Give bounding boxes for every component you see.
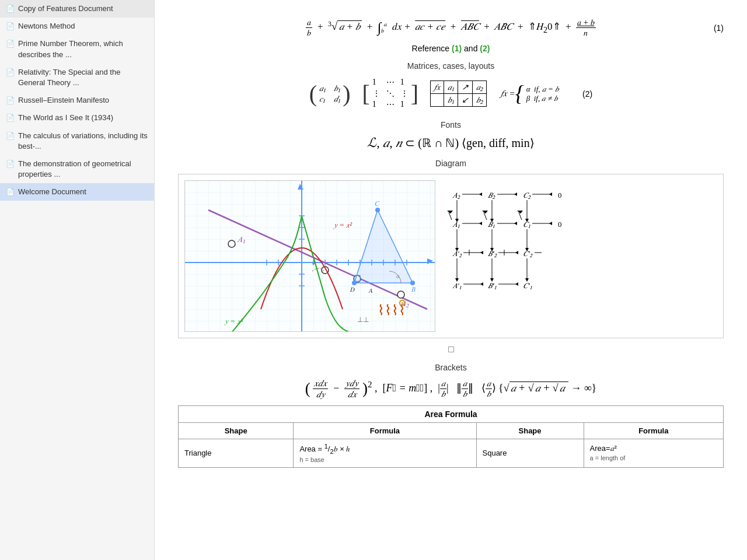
cases-expression: 𝑓𝑥 = { α if, 𝑎 = 𝑏 β if, 𝑎 ≠ 𝑏: [498, 81, 559, 106]
eq-number-1: (1): [714, 23, 724, 33]
document-icon: 📄: [6, 131, 15, 141]
document-icon: 📄: [6, 4, 15, 14]
svg-text:𝐴: 𝐴: [368, 287, 373, 294]
svg-text:α: α: [396, 273, 400, 279]
fonts-title: Fonts: [178, 120, 724, 130]
svg-point-27: [397, 291, 404, 298]
sidebar-item-prime-number[interactable]: 📄 Prime Number Theorem, which describes …: [0, 35, 154, 63]
svg-marker-51: [514, 192, 517, 196]
area-formula-table: Area Formula Shape Formula Shape Formula…: [178, 405, 724, 468]
svg-point-33: [410, 281, 415, 285]
document-icon: 📄: [6, 113, 15, 123]
svg-marker-53: [549, 192, 552, 196]
fonts-display: ℒ, 𝑎, 𝑛 ⊂ (ℝ ∩ ℕ) ⟨gen, diff, min⟩: [178, 135, 724, 150]
document-icon: 📄: [6, 96, 15, 106]
matrices-title: Matrices, cases, layouts: [178, 61, 724, 71]
sidebar-item-copy-features[interactable]: 📄 Copy of Features Document: [0, 0, 154, 18]
document-icon: 📄: [6, 159, 15, 169]
diagram-marker: [178, 344, 724, 355]
svg-marker-80: [480, 282, 483, 286]
svg-marker-82: [515, 282, 518, 286]
svg-text:𝐴₁: 𝐴₁: [237, 235, 245, 244]
svg-marker-102: [517, 211, 523, 214]
svg-text:𝑦 = 𝑥³: 𝑦 = 𝑥³: [224, 317, 243, 326]
svg-text:𝐴₁: 𝐴₁: [452, 220, 460, 229]
svg-line-93: [484, 212, 487, 220]
svg-text:𝐷: 𝐷: [350, 286, 355, 293]
math-graph: 𝐴₁ 𝐴₂ 𝑦 = 𝑥² 𝑦 = 𝑥³ 𝐶: [184, 180, 435, 332]
graph-svg: 𝐴₁ 𝐴₂ 𝑦 = 𝑥² 𝑦 = 𝑥³ 𝐶: [185, 181, 435, 332]
svg-text:𝑦 = 𝑥²: 𝑦 = 𝑥²: [333, 220, 352, 229]
document-icon: 📄: [6, 187, 15, 197]
svg-marker-49: [479, 192, 482, 196]
main-content: 𝑎 𝑏 + 3√𝑎 + 𝑏 + ∫𝑏𝑎 𝑑𝑥 + 𝑎𝑐 + 𝑐𝑒 + 𝐴𝐵𝐶 +…: [155, 0, 747, 560]
col-header-formula2: Formula: [584, 423, 723, 439]
sidebar-item-russell-einstein[interactable]: 📄 Russell–Einstein Manifesto: [0, 92, 154, 109]
svg-marker-59: [479, 222, 482, 225]
col-header-shape1: Shape: [179, 423, 294, 439]
document-icon: 📄: [6, 68, 15, 78]
diagram-container: 𝐴₁ 𝐴₂ 𝑦 = 𝑥² 𝑦 = 𝑥³ 𝐶: [178, 174, 724, 338]
diagram-right: 𝐴₂ 𝐵₂ 𝐶₂ 0 𝐴₁ 𝐵₁ 𝐶₁ 0: [447, 180, 717, 332]
sidebar-item-welcome[interactable]: 📄 Welcome Document: [0, 183, 154, 201]
document-icon: 📄: [6, 39, 15, 49]
table-row: Triangle Area = 1/2𝑏 × ℎ h = base Square…: [179, 439, 724, 468]
brackets-display: ( 𝑥𝑑𝑥 𝑑𝑦 − 𝑦𝑑𝑦 𝑑𝑥 )2 , [F⃗ = m𝑎⃗] , | 𝑎 …: [178, 378, 724, 400]
commutative-diagram: 𝐴₂ 𝐵₂ 𝐶₂ 0 𝐴₁ 𝐵₁ 𝐶₁ 0: [447, 180, 717, 313]
svg-text:𝐶′₁: 𝐶′₁: [523, 281, 532, 290]
svg-text:𝐵₁: 𝐵₁: [487, 220, 495, 229]
document-icon: 📄: [6, 22, 15, 32]
reference-line: Reference (1) and (2): [178, 44, 724, 53]
svg-text:𝐴₂: 𝐴₂: [452, 191, 460, 200]
sidebar-item-world[interactable]: 📄 The World as I See It (1934): [0, 109, 154, 127]
svg-marker-74: [515, 251, 518, 254]
sidebar-item-calculus[interactable]: 📄 The calculus of variations, including …: [0, 127, 154, 155]
sidebar-item-newtons-method[interactable]: 📄 Newtons Method: [0, 18, 154, 35]
svg-point-31: [375, 208, 380, 212]
cell-formula2: Area=𝑎² a = length of: [584, 439, 723, 468]
eq-number-2: (2): [582, 89, 592, 99]
frac-a-b: 𝑎 𝑏: [306, 18, 312, 38]
svg-marker-94: [482, 211, 488, 214]
bracket-matrix: [ 1⋯1 ⋮⋱⋮ 1⋯1 ]: [362, 75, 418, 112]
equation-1: 𝑎 𝑏 + 3√𝑎 + 𝑏 + ∫𝑏𝑎 𝑑𝑥 + 𝑎𝑐 + 𝑐𝑒 + 𝐴𝐵𝐶 +…: [178, 18, 724, 38]
svg-line-85: [449, 212, 452, 220]
svg-text:0: 0: [558, 220, 562, 229]
svg-marker-70: [480, 251, 483, 254]
svg-point-24: [228, 240, 235, 247]
svg-marker-86: [447, 211, 453, 214]
cell-shape1: Triangle: [179, 439, 294, 468]
svg-marker-63: [549, 222, 552, 225]
svg-text:⚙: ⚙: [398, 298, 406, 308]
svg-text:𝐵′₁: 𝐵′₁: [487, 281, 497, 290]
cell-shape2: Square: [476, 439, 584, 468]
sidebar-item-demonstration[interactable]: 📄 The demonstration of geometrical prope…: [0, 155, 154, 183]
svg-text:0: 0: [558, 191, 562, 200]
fx-table: 𝑓𝑥 𝑎₁ ↗ 𝑎₂ 𝑏₁ ↙ 𝑏₂: [430, 80, 487, 107]
diagram-title: Diagram: [178, 159, 724, 168]
sidebar: 📄 Copy of Features Document 📄 Newtons Me…: [0, 0, 155, 560]
svg-text:𝐶′₂: 𝐶′₂: [523, 249, 533, 258]
col-header-shape2: Shape: [476, 423, 584, 439]
matrices-section: ( 𝑎₁𝑏₁ 𝑐₁𝑑₁ ) [ 1⋯1 ⋮⋱⋮ 1⋯1 ] 𝑓𝑥 𝑎₁: [178, 75, 724, 112]
svg-line-101: [519, 212, 522, 220]
svg-text:𝐶: 𝐶: [375, 200, 380, 208]
brackets-title: Brackets: [178, 363, 724, 372]
svg-text:𝐶₂: 𝐶₂: [523, 191, 531, 200]
col-header-formula1: Formula: [294, 423, 476, 439]
sidebar-item-relativity[interactable]: 📄 Relativity: The Special and the Genera…: [0, 64, 154, 92]
svg-text:⊥⊥: ⊥⊥: [357, 316, 369, 324]
svg-marker-61: [514, 222, 517, 225]
svg-text:𝐴′₁: 𝐴′₁: [452, 281, 462, 290]
svg-text:𝐵₂: 𝐵₂: [487, 191, 495, 200]
svg-text:𝐵: 𝐵: [411, 285, 416, 293]
cell-formula1: Area = 1/2𝑏 × ℎ h = base: [294, 439, 476, 468]
table-title: Area Formula: [179, 406, 724, 423]
paren-matrix: ( 𝑎₁𝑏₁ 𝑐₁𝑑₁ ): [309, 80, 351, 107]
